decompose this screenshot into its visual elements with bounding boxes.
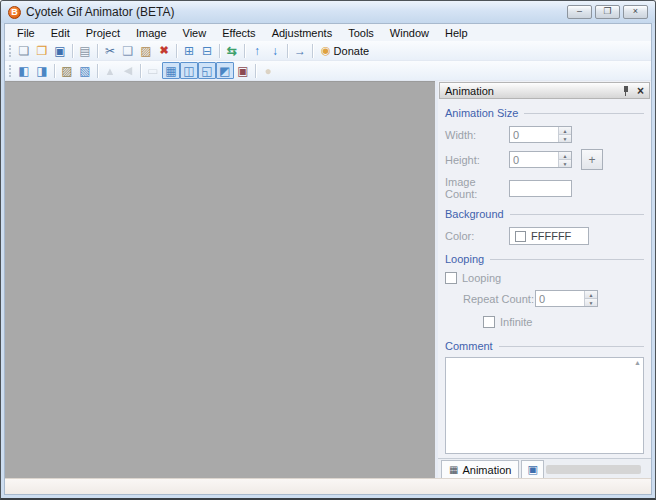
animation-tab-icon: ▦ bbox=[449, 464, 458, 475]
donate-icon: ◉ bbox=[321, 44, 331, 57]
toolbar-separator bbox=[219, 44, 220, 58]
image-count-label: Image Count: bbox=[445, 176, 509, 200]
background-color-picker[interactable]: FFFFFF bbox=[509, 227, 589, 245]
previous-image-icon[interactable]: ◧ bbox=[15, 62, 33, 79]
menu-item-view[interactable]: View bbox=[175, 26, 215, 40]
transparency-grid-icon[interactable]: ▦ bbox=[162, 62, 180, 79]
menu-item-image[interactable]: Image bbox=[128, 26, 175, 40]
toolbar-separator bbox=[97, 44, 98, 58]
looping-checkbox[interactable] bbox=[445, 272, 457, 284]
tab-animation[interactable]: ▦ Animation bbox=[441, 460, 519, 478]
play-back-icon[interactable]: ◀ bbox=[119, 62, 137, 79]
toolbar-separator bbox=[140, 64, 141, 78]
width-stepper: ▲ ▼ bbox=[509, 126, 572, 143]
delete-icon[interactable]: ✖ bbox=[155, 42, 173, 59]
menu-item-project[interactable]: Project bbox=[78, 26, 128, 40]
repeat-spin-up-icon[interactable]: ▲ bbox=[585, 291, 597, 298]
fit-window-icon[interactable]: ◱ bbox=[198, 62, 216, 79]
secondary-tab-icon: ▣ bbox=[527, 463, 537, 476]
close-button[interactable]: × bbox=[623, 5, 648, 19]
toolbar-separator bbox=[72, 44, 73, 58]
toolbar-separator bbox=[54, 64, 55, 78]
menu-item-help[interactable]: Help bbox=[437, 26, 476, 40]
image-frame-icon[interactable]: ◫ bbox=[180, 62, 198, 79]
print-icon[interactable]: ▤ bbox=[76, 42, 94, 59]
menu-item-edit[interactable]: Edit bbox=[43, 26, 78, 40]
height-stepper: ▲ ▼ bbox=[509, 151, 572, 168]
width-spin-up-icon[interactable]: ▲ bbox=[559, 127, 571, 134]
menu-item-file[interactable]: File bbox=[9, 26, 43, 40]
move-up-icon[interactable]: ↑ bbox=[248, 42, 266, 59]
insert-image-icon[interactable]: ⊟ bbox=[198, 42, 216, 59]
actual-size-icon[interactable]: ▭ bbox=[144, 62, 162, 79]
save-icon[interactable]: ▣ bbox=[51, 42, 69, 59]
animation-panel: Animation × Animation Size Width: ▲ bbox=[435, 81, 651, 478]
height-spin-up-icon[interactable]: ▲ bbox=[559, 152, 571, 159]
settings-icon[interactable]: ● bbox=[259, 62, 277, 79]
toolbar-separator bbox=[244, 44, 245, 58]
panel-close-icon[interactable]: × bbox=[637, 86, 644, 96]
main-toolbar: ❏ ❐ ▣ ▤ ✂ ❑ ▨ ✖ ⊞ ⊟ ⇆ ↑ ↓ → ◉ Donate bbox=[5, 41, 651, 61]
menu-item-tools[interactable]: Tools bbox=[340, 26, 382, 40]
menu-item-adjustments[interactable]: Adjustments bbox=[264, 26, 341, 40]
height-label: Height: bbox=[445, 154, 509, 166]
color-swatch bbox=[515, 231, 526, 242]
title-bar[interactable]: B Cyotek Gif Animator (BETA) – ❐ × bbox=[1, 1, 655, 23]
window-title: Cyotek Gif Animator (BETA) bbox=[26, 5, 174, 19]
color-value: FFFFFF bbox=[531, 230, 571, 242]
width-label: Width: bbox=[445, 129, 509, 141]
tab-secondary[interactable]: ▣ bbox=[521, 460, 543, 478]
toolbar-separator bbox=[255, 64, 256, 78]
repeat-count-label: Repeat Count: bbox=[463, 293, 535, 305]
donate-label: Donate bbox=[334, 45, 369, 57]
new-document-icon[interactable]: ❏ bbox=[15, 42, 33, 59]
looping-checkbox-label: Looping bbox=[462, 272, 501, 284]
toolbar-grip[interactable] bbox=[9, 65, 11, 77]
pin-icon[interactable] bbox=[622, 86, 630, 96]
cut-icon[interactable]: ✂ bbox=[101, 42, 119, 59]
resize-anchor-button[interactable]: + bbox=[581, 149, 603, 170]
minimize-button[interactable]: – bbox=[567, 5, 592, 19]
menu-item-effects[interactable]: Effects bbox=[214, 26, 263, 40]
menu-item-window[interactable]: Window bbox=[382, 26, 437, 40]
client-area: File Edit Project Image View Effects Adj… bbox=[4, 23, 652, 495]
app-window: B Cyotek Gif Animator (BETA) – ❐ × File … bbox=[0, 0, 656, 500]
app-icon: B bbox=[8, 6, 21, 19]
donate-button[interactable]: ◉ Donate bbox=[316, 44, 374, 57]
infinite-checkbox[interactable] bbox=[483, 316, 495, 328]
blurred-watermark bbox=[546, 465, 641, 474]
paste-image-icon[interactable]: ▨ bbox=[58, 62, 76, 79]
panel-title: Animation bbox=[445, 85, 494, 97]
open-folder-icon[interactable]: ❐ bbox=[33, 42, 51, 59]
panel-header[interactable]: Animation × bbox=[439, 82, 650, 99]
maximize-button[interactable]: ❐ bbox=[595, 5, 620, 19]
background-header: Background bbox=[445, 208, 644, 220]
move-down-icon[interactable]: ↓ bbox=[266, 42, 284, 59]
export-icon[interactable]: → bbox=[291, 42, 309, 59]
comment-scroll-up-icon[interactable]: ▲ bbox=[634, 359, 641, 366]
repeat-count-input[interactable] bbox=[536, 291, 584, 306]
animation-tab-label: Animation bbox=[462, 464, 511, 476]
toolbar-separator bbox=[176, 44, 177, 58]
scroll-image-icon[interactable]: ◩ bbox=[216, 62, 234, 79]
next-image-icon[interactable]: ◨ bbox=[33, 62, 51, 79]
menu-bar: File Edit Project Image View Effects Adj… bbox=[5, 24, 651, 41]
toolbar-grip[interactable] bbox=[9, 45, 11, 57]
copy-image-icon[interactable]: ▧ bbox=[76, 62, 94, 79]
annotate-icon[interactable]: ▣ bbox=[234, 62, 252, 79]
repeat-spin-down-icon[interactable]: ▼ bbox=[585, 298, 597, 306]
height-spin-down-icon[interactable]: ▼ bbox=[559, 159, 571, 167]
image-count-field[interactable] bbox=[509, 180, 572, 197]
comment-textarea[interactable] bbox=[445, 357, 644, 454]
image-toolbar: ◧ ◨ ▨ ▧ ▲ ◀ ▭ ▦ ◫ ◱ ◩ ▣ ● bbox=[5, 61, 651, 81]
width-spin-down-icon[interactable]: ▼ bbox=[559, 134, 571, 142]
add-image-icon[interactable]: ⊞ bbox=[180, 42, 198, 59]
replace-image-icon[interactable]: ⇆ bbox=[223, 42, 241, 59]
toolbar-separator bbox=[97, 64, 98, 78]
height-input[interactable] bbox=[510, 152, 558, 167]
infinite-checkbox-label: Infinite bbox=[500, 316, 532, 328]
width-input[interactable] bbox=[510, 127, 558, 142]
paste-icon[interactable]: ▨ bbox=[137, 42, 155, 59]
play-forward-icon[interactable]: ▲ bbox=[101, 62, 119, 79]
copy-icon[interactable]: ❑ bbox=[119, 42, 137, 59]
